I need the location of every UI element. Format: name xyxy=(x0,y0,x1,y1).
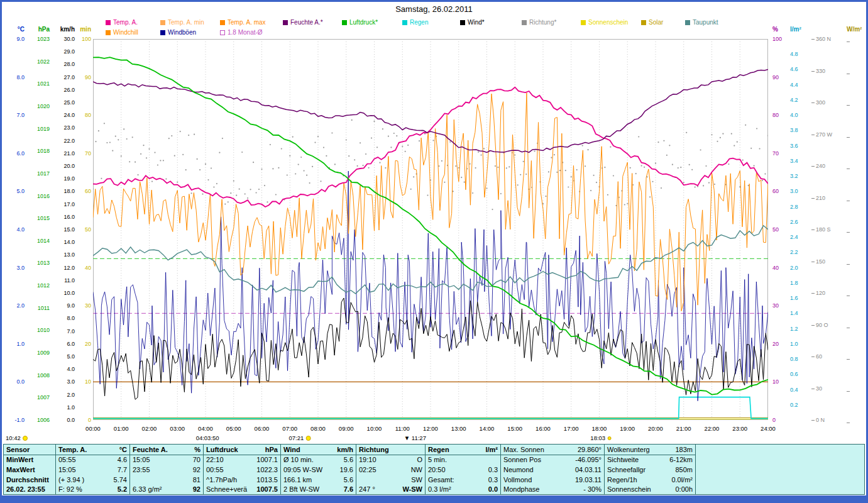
stats-label: Wind xyxy=(283,446,300,453)
stats-col-8: Wolkenunterg183mSichtweite6-12kmSchneefa… xyxy=(605,445,696,494)
legend-item-1-8-monat: 1.8 Monat-Ø xyxy=(220,29,263,36)
axis-tick-min: 100 xyxy=(77,36,91,42)
axis-tick-lm2: 1.6 xyxy=(790,295,805,301)
legend-item-regen: Regen xyxy=(402,19,428,26)
stats-label: (+ 3.94 ) xyxy=(58,476,84,484)
axis-tick-temp: 4.0 xyxy=(4,226,25,233)
axis-tick-temp: 9.0 xyxy=(4,36,25,42)
axis-tick-kmh: 7.0 xyxy=(53,328,75,334)
axis-tick-hpa: 1019 xyxy=(28,126,50,132)
axis-tick-pct: 40 xyxy=(772,265,788,271)
axis-tick-min: 50 xyxy=(77,226,91,233)
axis-tick-kmh: 10.0 xyxy=(53,290,75,296)
axis-tick-kmh: 8.0 xyxy=(53,315,75,321)
axis-tick-kmh: 30.0 xyxy=(53,36,75,42)
marker-10-42: 10:42 xyxy=(6,434,28,441)
legend-swatch-taupunkt xyxy=(685,20,690,25)
axis-tick-wm2 xyxy=(847,38,851,45)
stats-value: - 30% xyxy=(583,485,602,493)
legend-label: Luftdruck* xyxy=(349,19,378,26)
stats-value: 5.2 xyxy=(118,485,127,493)
stats-cell: 5 min. xyxy=(426,455,500,465)
axis-tick-dir: 240 xyxy=(811,163,843,169)
axis-tick-kmh: 1.0 xyxy=(53,404,75,411)
legend-swatch-temp-a-min xyxy=(160,20,165,25)
axis-tick-min: 60 xyxy=(77,188,91,194)
series-luftdruck xyxy=(93,57,768,394)
stats-label: 19:10 xyxy=(359,456,376,463)
legend-label: Wind* xyxy=(468,19,485,26)
axis-tick-pct: 10 xyxy=(772,379,788,385)
stats-label: 00:55 xyxy=(206,466,224,473)
stats-label: ^1.7hPa/h xyxy=(206,476,237,484)
stats-label: 23:55 xyxy=(133,466,150,473)
legend-item-feuchte-a: Feuchte A.* xyxy=(283,19,323,26)
axis-tick-hpa: 1008 xyxy=(28,372,50,379)
x-axis-label: 03:00 xyxy=(165,425,190,432)
axis-tick-hpa: 1006 xyxy=(28,417,50,423)
x-axis-label: 02:00 xyxy=(137,425,162,432)
axis-tick-min: 20 xyxy=(77,341,91,347)
stats-cell: Neumond04.03.11 xyxy=(501,465,604,475)
x-axis-label: 04:00 xyxy=(193,425,218,432)
x-axis-label: 00:00 xyxy=(80,425,106,432)
axis-tick-kmh: 20.0 xyxy=(53,163,75,169)
stats-label: Regen xyxy=(428,446,449,453)
x-axis-label: 14:00 xyxy=(475,425,500,432)
stats-cell: 09:05 W-SW19.6 xyxy=(281,465,356,475)
marker-11-27: ▼ 11:27 xyxy=(404,434,426,441)
axis-tick-dir: 120 xyxy=(811,290,843,296)
axis-tick-pct: 30 xyxy=(772,302,788,309)
legend-swatch-1-8-monat xyxy=(220,30,225,35)
legend-swatch-luftdruck xyxy=(342,20,347,25)
x-axis-label: 16:00 xyxy=(530,425,556,432)
axis-tick-dir: 360 N xyxy=(811,36,843,42)
stats-cell: 02:25NW xyxy=(356,465,425,475)
stats-label: 0.3 l/m² xyxy=(428,485,451,493)
stats-cell: 6.33 g/m²92 xyxy=(130,484,203,494)
marker-07-21: 07:21 xyxy=(289,434,311,441)
stats-value: % xyxy=(194,446,201,453)
stats-value: hPa xyxy=(265,446,278,453)
axis-tick-lm2: 3.6 xyxy=(790,143,805,149)
axis-tick-lm2: 0.2 xyxy=(790,402,805,408)
stats-value: -46.095° xyxy=(575,456,602,463)
stats-label: 26.02. 23:55 xyxy=(6,485,45,493)
stats-cell: LuftdruckhPa xyxy=(204,445,280,455)
legend-label: Temp. A. xyxy=(113,19,138,26)
axis-tick-hpa: 1022 xyxy=(28,58,50,65)
axis-tick-wm2 xyxy=(847,261,851,267)
legend-label: Taupunkt xyxy=(693,19,718,26)
axis-tick-pct: 90 xyxy=(772,74,788,80)
legend-swatch-windchill xyxy=(106,30,111,35)
axis-tick-kmh: 21.0 xyxy=(53,150,75,157)
axis-tick-kmh: 0.0 xyxy=(53,417,75,423)
axis-tick-pct: 20 xyxy=(772,341,788,347)
stats-cell: Richtung xyxy=(356,445,425,455)
axis-tick-hpa: 1012 xyxy=(28,282,50,289)
stats-label: Richtung xyxy=(359,446,389,453)
stats-col-2: Feuchte A.%15:057023:5592816.33 g/m²92 xyxy=(130,445,204,494)
axis-tick-dir: 270 W xyxy=(811,131,843,138)
axis-tick-temp: 8.0 xyxy=(4,74,25,80)
axis-tick-lm2: 4.6 xyxy=(790,66,805,72)
legend-swatch-temp-a xyxy=(106,20,111,25)
stats-cell: 247 °W-SW xyxy=(356,484,425,494)
axis-tick-dir: 0 N xyxy=(811,417,843,423)
axis-header-hpa: hPa xyxy=(28,26,50,33)
axis-tick-temp: 5.0 xyxy=(4,188,25,194)
legend-item-taupunkt: Taupunkt xyxy=(685,19,718,26)
stats-value: l/m² xyxy=(485,446,498,453)
stats-value: NW xyxy=(411,466,422,473)
axis-tick-wm2 xyxy=(847,388,851,394)
stats-label: Sonnen Pos xyxy=(503,456,541,463)
stats-cell: 26.02. 23:55 xyxy=(4,484,55,494)
axis-tick-kmh: 22.0 xyxy=(53,138,75,144)
axis-tick-kmh: 5.0 xyxy=(53,353,75,360)
x-axis-label: 01:00 xyxy=(109,425,134,432)
axis-tick-wm2 xyxy=(847,102,851,108)
axis-tick-kmh: 24.0 xyxy=(53,112,75,118)
stats-value: 183m xyxy=(675,446,693,453)
stats-cell: 0.3 l/m²0.0 xyxy=(426,484,500,494)
stats-label: Sichtweite xyxy=(607,456,639,463)
